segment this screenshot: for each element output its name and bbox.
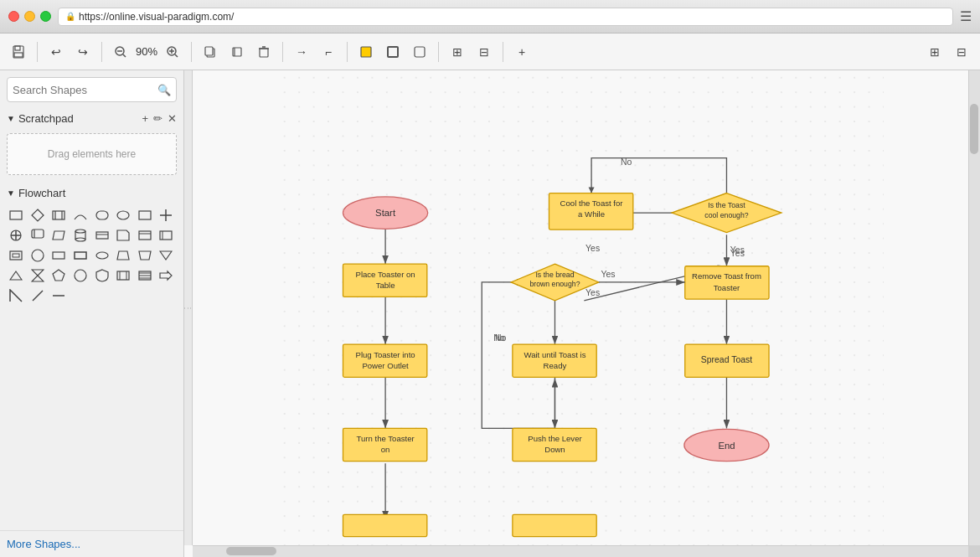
save-button[interactable] (7, 40, 30, 64)
redo-button[interactable]: ↪ (71, 40, 95, 64)
search-box[interactable]: 🔍 (7, 77, 177, 102)
svg-rect-27 (139, 211, 151, 219)
shape-circle2[interactable] (71, 266, 90, 285)
svg-marker-56 (10, 271, 22, 280)
sidebar: 🔍 ▼ Scratchpad + ✏ ✕ Drag elements here … (0, 70, 184, 557)
shape-rect5[interactable] (7, 246, 25, 265)
shape-rect7[interactable] (71, 246, 90, 265)
shape-triangle[interactable] (7, 266, 25, 285)
canvas-area[interactable]: ⋮ (184, 70, 980, 557)
shape-rect4[interactable] (157, 226, 175, 245)
shape-oval2[interactable] (93, 246, 111, 265)
svg-rect-51 (75, 252, 86, 259)
shape-rect8[interactable] (114, 266, 132, 285)
shape-button[interactable] (408, 40, 431, 64)
svg-marker-21 (32, 209, 44, 221)
shape-triangle-down[interactable] (157, 246, 175, 265)
border-button[interactable] (381, 40, 405, 64)
svg-text:cool enough?: cool enough? (704, 211, 749, 219)
shape-parallelogram[interactable] (49, 226, 68, 245)
shape-pentagon[interactable] (49, 266, 68, 285)
panel-view-button[interactable]: ⊞ (923, 40, 946, 64)
sep5 (347, 42, 348, 62)
maximize-button[interactable] (40, 11, 51, 22)
svg-rect-33 (32, 230, 44, 238)
shape-trapezoid[interactable] (114, 246, 132, 265)
svg-text:a While: a While (578, 209, 605, 219)
shape-tape[interactable] (93, 226, 111, 245)
svg-text:Plug Toaster into: Plug Toaster into (356, 350, 415, 359)
connector-button[interactable]: ⌐ (317, 40, 340, 64)
svg-rect-117 (513, 514, 596, 536)
cut-button[interactable] (225, 40, 249, 64)
scroll-thumb-vertical[interactable] (970, 104, 978, 154)
shape-note[interactable] (114, 226, 132, 245)
shapes-grid (0, 203, 183, 308)
svg-point-36 (75, 230, 85, 233)
shape-line[interactable] (28, 286, 47, 305)
shape-plus[interactable] (7, 226, 25, 245)
arrow-button[interactable]: → (290, 40, 313, 64)
shape-diamond[interactable] (28, 206, 47, 224)
flowchart-section-header: ▼ Flowchart (0, 183, 183, 203)
search-input[interactable] (13, 84, 157, 96)
undo-button[interactable]: ↩ (44, 40, 68, 64)
svg-text:Yes: Yes (730, 245, 745, 255)
title-bar: 🔒 https://online.visual-paradigm.com/ ☰ (0, 0, 980, 34)
svg-text:Is the bread: Is the bread (535, 271, 574, 279)
svg-rect-48 (13, 254, 19, 257)
zoom-out-button[interactable] (109, 40, 132, 64)
shape-shield[interactable] (93, 266, 111, 285)
scratchpad-arrow: ▼ (7, 114, 15, 123)
zoom-in-button[interactable] (161, 40, 184, 64)
shape-lines[interactable] (136, 266, 154, 285)
shape-oval[interactable] (114, 206, 132, 224)
shape-process[interactable] (49, 206, 68, 224)
shape-flag[interactable] (28, 226, 47, 245)
svg-rect-11 (205, 47, 213, 55)
shape-trapezoid2[interactable] (136, 246, 154, 265)
svg-rect-1 (15, 46, 20, 50)
shape-arc[interactable] (71, 206, 90, 224)
svg-text:Place Toaster on: Place Toaster on (356, 270, 415, 279)
shape-arrow-right[interactable] (157, 266, 175, 285)
shape-corner[interactable] (7, 286, 25, 305)
shape-rounded-rect[interactable] (93, 206, 111, 224)
scroll-bottom[interactable] (193, 545, 968, 557)
minimize-button[interactable] (24, 11, 35, 22)
copy-button[interactable] (199, 40, 222, 64)
drag-area: Drag elements here (7, 133, 177, 175)
hamburger-menu[interactable]: ☰ (960, 8, 972, 24)
fullscreen-button[interactable]: ⊟ (950, 40, 973, 64)
align-button[interactable]: ⊞ (446, 40, 469, 64)
svg-text:Cool the Toast for: Cool the Toast for (560, 199, 624, 208)
shape-rect3[interactable] (136, 226, 154, 245)
svg-rect-45 (160, 231, 172, 240)
scratchpad-close[interactable]: ✕ (168, 112, 177, 125)
svg-text:Is the Toast: Is the Toast (708, 201, 745, 209)
shape-hourglass[interactable] (28, 266, 47, 285)
url-bar[interactable]: 🔒 https://online.visual-paradigm.com/ (58, 8, 953, 26)
fill-button[interactable] (354, 40, 378, 64)
shape-line2[interactable] (49, 286, 68, 305)
scratchpad-label: Scratchpad (18, 112, 74, 125)
shape-rect6[interactable] (49, 246, 68, 265)
shape-circle[interactable] (28, 246, 47, 265)
scratchpad-add[interactable]: + (142, 112, 148, 125)
sep3 (191, 42, 192, 62)
distribute-button[interactable]: ⊟ (472, 40, 496, 64)
shape-rect2[interactable] (136, 206, 154, 224)
svg-rect-47 (10, 251, 22, 260)
shape-rectangle[interactable] (7, 206, 25, 224)
scroll-right[interactable] (968, 70, 980, 557)
scratchpad-header: ▼ Scratchpad + ✏ ✕ (0, 109, 183, 128)
shape-cylinder[interactable] (71, 226, 90, 245)
add-button[interactable]: + (510, 40, 534, 64)
resize-handle[interactable]: ⋮ (184, 70, 193, 545)
shape-cross[interactable] (157, 206, 175, 224)
delete-button[interactable] (252, 40, 276, 64)
scroll-thumb-horizontal[interactable] (226, 547, 276, 555)
close-button[interactable] (8, 11, 19, 22)
scratchpad-edit[interactable]: ✏ (153, 112, 162, 125)
more-shapes[interactable]: More Shapes... (0, 530, 183, 557)
